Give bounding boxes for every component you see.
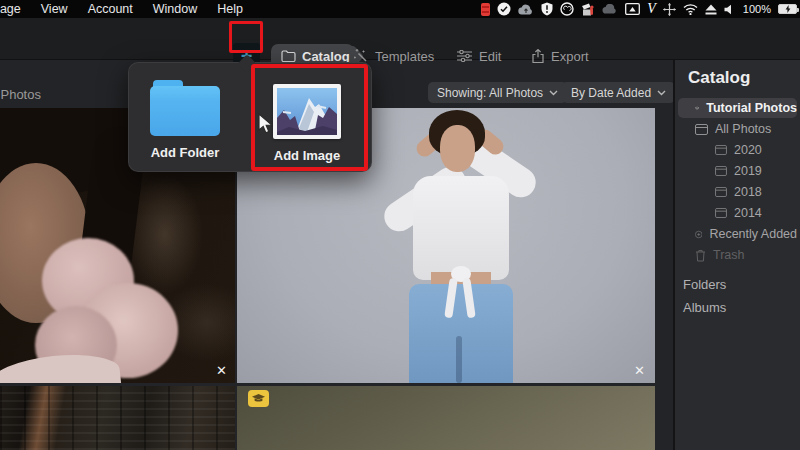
close-icon[interactable]: ✕ [216,364,227,377]
photos-box-icon [715,145,727,155]
photos-box-icon [715,166,727,176]
app-toolbar: + Catalog Templates Edit Export [0,18,800,60]
creative-cloud-icon[interactable] [560,2,574,16]
photo-thumbnail[interactable] [0,386,235,450]
sidebar-item-all-photos[interactable]: All Photos [678,119,797,139]
showing-filter-label: Showing: All Photos [437,86,543,100]
cloud-upload-icon[interactable] [518,2,534,16]
menu-item-view[interactable]: View [41,0,68,18]
menu-item-account[interactable]: Account [88,0,133,18]
tab-edit-label: Edit [479,49,501,64]
graduation-cap-icon [695,103,699,114]
sidebar-item-label: 2019 [734,164,762,178]
tutorial-badge [248,390,269,407]
adjustments-icon [457,50,472,62]
mouse-cursor [258,113,274,135]
menu-item-help[interactable]: Help [217,0,243,18]
vimeo-icon[interactable]: V [647,2,656,16]
graduation-cap-icon [252,394,265,404]
sidebar-item-trash[interactable]: Trash [678,245,797,265]
app-window: Tutorial Photos Showing: All Photos By D… [0,0,800,450]
sidebar-item-2018[interactable]: 2018 [678,182,797,202]
display-mirror-icon[interactable] [625,2,640,16]
menu-item-window[interactable]: Window [153,0,197,18]
sidebar-section-folders[interactable]: Folders [683,277,800,292]
tab-export[interactable]: Export [532,44,589,68]
battery-percent-label: 100% [743,3,771,15]
photo-thumbnail[interactable] [237,386,655,450]
photo-art-shape [456,336,462,383]
move-tool-icon[interactable] [663,2,676,16]
folder-icon [281,50,296,62]
sidebar-section-albums[interactable]: Albums [683,300,800,315]
sidebar-item-label: Recently Added [709,227,797,241]
sidebar-title: Catalog [688,68,800,88]
tab-edit[interactable]: Edit [457,44,501,68]
photo-art-shape [413,176,509,280]
add-folder-label: Add Folder [151,145,220,160]
macos-menu-bar: Image View Account Window Help V 100% [0,0,800,18]
checkmark-circle-icon[interactable] [497,2,511,16]
sidebar-item-label: 2014 [734,206,762,220]
sidebar-item-label: 2020 [734,143,762,157]
share-icon [532,49,544,63]
plus-circle-icon [695,228,702,241]
add-folder-button[interactable]: Add Folder [129,77,241,160]
photos-box-icon [715,208,727,218]
wand-icon [354,49,368,63]
tab-export-label: Export [551,49,589,64]
menu-items: Image View Account Window Help [0,0,243,18]
gallery-title: Tutorial Photos [0,87,41,102]
photos-box-icon [695,124,708,135]
chevron-down-icon [657,90,666,96]
status-tray: V 100% [481,2,800,16]
sidebar-item-2020[interactable]: 2020 [678,140,797,160]
recording-indicator-icon[interactable] [481,2,490,16]
cloud-icon[interactable] [602,2,618,16]
photo-art-shape [440,125,475,172]
tab-templates-label: Templates [375,49,434,64]
volume-icon[interactable] [724,2,734,16]
sidebar-item-label: All Photos [715,122,771,136]
eject-icon[interactable] [705,2,717,16]
sidebar-item-tutorial-photos[interactable]: Tutorial Photos [678,98,797,118]
shield-alert-icon[interactable] [541,2,553,16]
battery-charging-icon[interactable] [778,2,797,16]
sidebar-item-recently-added[interactable]: Recently Added [678,224,797,244]
folder-graphic-icon [150,80,220,136]
sidebar-item-label: 2018 [734,185,762,199]
sidebar-item-2014[interactable]: 2014 [678,203,797,223]
sidebar-item-label: Tutorial Photos [706,101,797,115]
sort-filter-label: By Date Added [571,86,651,100]
photos-box-icon [715,187,727,197]
screenshot-tool-icon[interactable] [581,2,595,16]
close-icon[interactable]: ✕ [634,364,645,377]
sidebar-item-2019[interactable]: 2019 [678,161,797,181]
sort-filter-dropdown[interactable]: By Date Added [562,82,673,103]
showing-filter-dropdown[interactable]: Showing: All Photos [428,82,567,103]
menu-item-image[interactable]: Image [0,0,21,18]
highlight-box-add-button [229,21,263,53]
catalog-sidebar: Catalog Tutorial Photos All Photos 2020 … [675,60,800,450]
wifi-icon[interactable] [683,2,698,16]
chevron-down-icon [549,90,558,96]
sidebar-item-label: Trash [713,248,745,262]
trash-icon [695,249,706,262]
